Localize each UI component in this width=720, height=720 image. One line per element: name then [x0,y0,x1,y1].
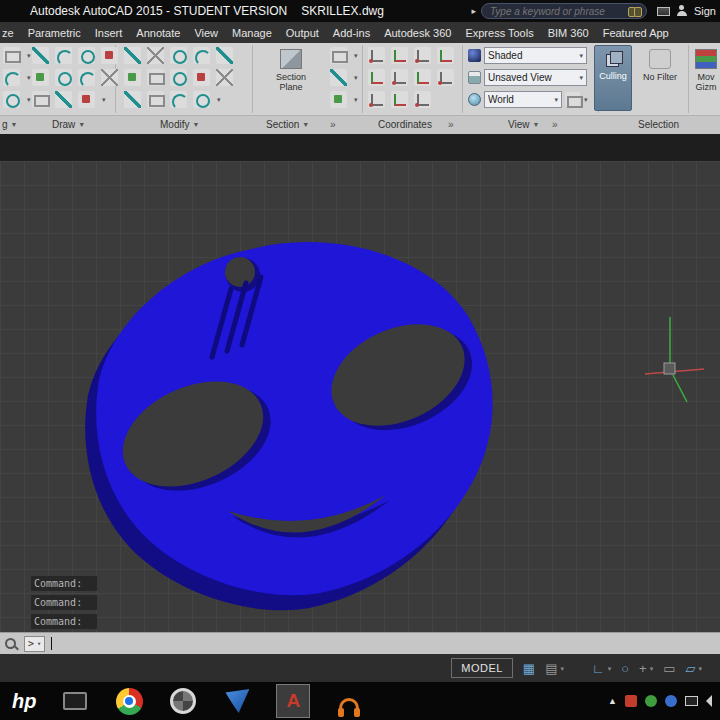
copy-tool-icon[interactable] [124,69,141,86]
gradient-tool-icon[interactable] [78,91,95,108]
tab-express-tools[interactable]: Express Tools [458,24,540,42]
trim-tool-icon[interactable] [216,47,233,64]
modeling-tool-icon[interactable] [3,69,20,86]
alien-model[interactable] [0,161,720,632]
customize-icon[interactable] [5,638,16,649]
search-input[interactable] [490,6,628,17]
ucs-world-icon[interactable] [391,47,408,64]
ucs-3point-icon[interactable] [368,91,385,108]
viewport-canvas[interactable]: Command: Command: Command: [0,161,720,632]
tab-annotate[interactable]: Annotate [129,24,187,42]
ucs-dropdown[interactable]: World ▾ [484,91,562,108]
live-section-icon[interactable] [330,47,347,64]
ortho-mode-icon[interactable]: ▭ [663,662,675,675]
erase-tool-icon[interactable] [147,47,164,64]
generate-section-icon[interactable] [330,91,347,108]
tab-manage[interactable]: Manage [225,24,279,42]
tab-view[interactable]: View [187,24,225,42]
circle-tool-icon[interactable] [78,47,95,64]
dynamic-input-icon[interactable]: +▾ [639,662,653,675]
culling-button[interactable]: Culling [594,45,632,111]
headphones-app-taskbar-icon[interactable] [334,686,364,716]
sign-in-person-icon[interactable] [676,5,688,17]
help-search-box[interactable] [481,3,647,19]
move-gizmo-button[interactable]: Mov Gizm [692,45,720,111]
snap-mode-icon[interactable]: ▤▾ [545,662,564,675]
point-tool-icon[interactable] [101,69,118,86]
tab-autodesk-360[interactable]: Autodesk 360 [377,24,458,42]
isometric-drafting-icon[interactable]: ∟▾ [592,662,611,675]
panel-label-section[interactable]: Section ▼ [266,119,309,130]
fillet-tool-icon[interactable] [193,47,210,64]
tab-bim-360[interactable]: BIM 360 [541,24,596,42]
spline-tool-icon[interactable] [78,69,95,86]
tab-add-ins[interactable]: Add-ins [326,24,377,42]
tab-insert[interactable]: Insert [88,24,130,42]
move-tool-icon[interactable] [124,47,141,64]
panel-label-modify[interactable]: Modify ▼ [160,119,199,130]
ucs-previous-icon[interactable] [414,47,431,64]
stretch-tool-icon[interactable] [193,69,210,86]
panel-label-modeling-partial[interactable]: g ▼ [2,119,18,130]
autocad-taskbar-icon[interactable]: A [276,684,310,718]
chamfer-tool-icon[interactable] [170,91,187,108]
tab-visualize-partial[interactable]: ze [0,24,21,42]
file-explorer-taskbar-icon[interactable] [60,686,90,716]
sign-in-label[interactable]: Sign [694,5,718,17]
ellipse-tool-icon[interactable] [55,69,72,86]
modeling-tool-icon[interactable] [3,91,20,108]
tray-blue-app-icon[interactable] [665,695,677,707]
grid-display-icon[interactable]: ▦ [523,662,535,675]
shutter-app-taskbar-icon[interactable] [168,686,198,716]
ucs-object-icon[interactable] [414,91,431,108]
chrome-taskbar-icon[interactable] [114,686,144,716]
modeling-tool-icon[interactable] [3,47,20,64]
command-prompt-box[interactable]: > ▾ [24,636,45,652]
binoculars-search-icon[interactable] [628,7,642,16]
explode-tool-icon[interactable] [216,69,233,86]
panel-label-coordinates[interactable]: Coordinates [378,119,432,130]
ucs-x-icon[interactable] [368,69,385,86]
panel-label-view[interactable]: View ▼ [508,119,539,130]
ucs-origin-icon[interactable] [437,47,454,64]
tray-expand-icon[interactable]: ▲ [608,696,617,706]
blue-r-app-taskbar-icon[interactable] [222,686,252,716]
no-filter-button[interactable]: No Filter [636,45,684,111]
ucs-named-icon[interactable] [437,69,454,86]
rectangle-tool-icon[interactable] [32,91,49,108]
array-tool-icon[interactable] [147,91,164,108]
named-view-dropdown[interactable]: Unsaved View ▾ [484,69,587,86]
ucs-tool-icon[interactable] [368,47,385,64]
tray-volume-icon[interactable] [706,695,712,707]
section-overflow[interactable]: » [330,119,336,130]
line-tool-icon[interactable] [55,91,72,108]
blend-tool-icon[interactable] [193,91,210,108]
coordinates-overflow[interactable]: » [448,119,454,130]
scale-tool-icon[interactable] [147,69,164,86]
tab-featured-apps[interactable]: Featured App [596,24,676,42]
ucs-z-icon[interactable] [414,69,431,86]
polyline-tool-icon[interactable] [32,47,49,64]
arc-tool-icon[interactable] [55,47,72,64]
tab-parametric[interactable]: Parametric [21,24,88,42]
gizmo-mode-icon[interactable]: ▱▾ [685,662,702,675]
search-expand-icon[interactable]: ▸ [471,6,476,16]
visual-style-dropdown[interactable]: Shaded ▾ [484,47,587,64]
view-overflow[interactable]: » [552,119,558,130]
tab-output[interactable]: Output [279,24,326,42]
region-tool-icon[interactable] [32,69,49,86]
section-plane-button[interactable]: Section Plane [262,45,320,111]
rotate-tool-icon[interactable] [170,47,187,64]
exchange-apps-icon[interactable] [657,7,670,16]
model-space-button[interactable]: MODEL [451,658,513,678]
mirror-tool-icon[interactable] [124,91,141,108]
tray-red-app-icon[interactable] [625,695,637,707]
panel-label-draw[interactable]: Draw ▼ [52,119,85,130]
ucs-y-icon[interactable] [391,69,408,86]
ucs-view-icon[interactable] [391,91,408,108]
tray-network-icon[interactable] [685,696,698,706]
command-line-bar[interactable]: > ▾ [0,632,720,654]
hatch-tool-icon[interactable] [101,47,118,64]
viewport-config-icon[interactable] [565,92,580,107]
add-jog-icon[interactable] [330,69,347,86]
